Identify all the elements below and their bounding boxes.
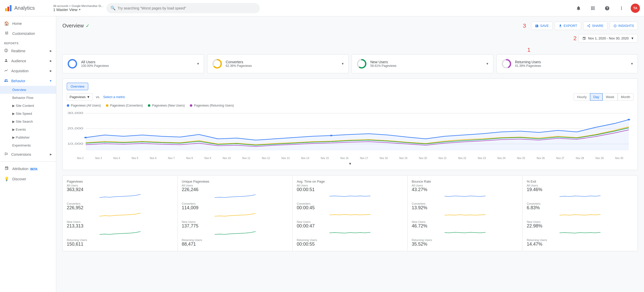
behavior-chevron: ▼ [49, 79, 52, 82]
converters-donut [212, 58, 223, 69]
hourly-button[interactable]: Hourly [574, 93, 590, 101]
user-avatar[interactable]: TA [631, 4, 640, 13]
sidebar-item-acquisition[interactable]: Acquisition ▶ [0, 66, 56, 76]
account-selector[interactable]: 1 Master View ▼ [53, 7, 103, 12]
sidebar-label-realtime: Realtime [11, 49, 25, 53]
share-button[interactable]: SHARE [583, 22, 607, 30]
x-label-nov24: Nov 24 [497, 157, 506, 160]
sidebar-label-audience: Audience [11, 59, 26, 63]
month-button[interactable]: Month [618, 93, 634, 101]
bounce-rate-returning-label: Returning Users [412, 238, 518, 242]
help-button[interactable] [602, 3, 612, 13]
unique-pageviews-returning-value: 88,471 [182, 242, 288, 247]
all-users-name: All Users [81, 60, 194, 64]
sidebar-sub-events[interactable]: ▶ Events [0, 126, 56, 133]
notifications-button[interactable] [573, 3, 584, 13]
svg-rect-0 [5, 8, 7, 11]
audience-chevron: ▶ [50, 59, 52, 62]
svg-point-20 [84, 137, 87, 138]
sidebar-sub-publisher[interactable]: ▶ Publisher [0, 133, 56, 141]
realtime-chevron: ▶ [50, 49, 52, 52]
avg-time-converters: Converters 00:00:45 [297, 202, 403, 218]
sidebar-item-attribution[interactable]: Attribution BETA [0, 164, 56, 174]
svg-marker-19 [86, 120, 629, 150]
save-button[interactable]: SAVE [531, 22, 553, 30]
audience-icon [4, 58, 8, 63]
unique-pageviews-new-sparkline [182, 229, 288, 236]
x-label-nov3: Nov 3 [95, 157, 102, 160]
metric-card-bounce-rate: Bounce Rate All Users 43.27% Converters … [408, 175, 523, 251]
sidebar-sub-overview[interactable]: Overview [0, 86, 56, 94]
sidebar-item-realtime[interactable]: Realtime ▶ [0, 46, 56, 56]
realtime-icon [4, 48, 8, 53]
unique-pageviews-new-users-value: 137,775 [182, 223, 288, 229]
legend-all-users: Pageviews (All Users) [67, 104, 101, 107]
export-button[interactable]: EXPORT [555, 22, 581, 30]
new-users-info: New Users 58.61% Pageviews [370, 60, 483, 68]
bounce-rate-all-sparkline [412, 192, 518, 200]
x-label-nov10: Nov 10 [223, 157, 231, 160]
exit-all-users: All Users 19.46% [527, 184, 634, 200]
segment-card-all-users: All Users 100.00% Pageviews ▼ [62, 54, 204, 73]
sidebar-item-home[interactable]: 🏠 Home [0, 18, 56, 28]
acquisition-icon [4, 68, 8, 73]
unique-pageviews-converters-sparkline [182, 211, 288, 218]
sidebar-item-discover[interactable]: 💡 Discover [0, 174, 56, 184]
sidebar-item-conversions[interactable]: Conversions ▶ [0, 149, 56, 159]
converters-name: Converters [226, 60, 338, 64]
metric-card-exit: % Exit All Users 19.46% Converters 6.83% [523, 175, 638, 251]
day-button[interactable]: Day [590, 93, 603, 101]
week-button[interactable]: Week [603, 93, 618, 101]
more-button[interactable] [616, 3, 627, 13]
date-range-button[interactable]: Nov 1, 2020 - Nov 30, 2020 ▼ [579, 34, 638, 43]
x-label-nov27: Nov 27 [556, 157, 564, 160]
avg-time-returning-value: 00:00:55 [297, 242, 403, 247]
svg-point-4 [615, 25, 615, 26]
expand-icon[interactable]: ▼ [348, 162, 352, 166]
sidebar-sub-site-search[interactable]: ▶ Site Search [0, 118, 56, 126]
metric-selector[interactable]: Pageviews ▼ [67, 93, 93, 101]
main-content: Overview ✓ 3 SAVE EXPORT SHARE [56, 16, 644, 292]
home-icon: 🏠 [4, 21, 9, 26]
sidebar-item-audience[interactable]: Audience ▶ [0, 56, 56, 66]
pageviews-converters: Converters 226,952 [67, 202, 173, 218]
logo-area: Analytics [4, 4, 50, 12]
sidebar-divider [0, 161, 56, 162]
avg-time-new-sparkline [297, 229, 403, 236]
check-icon: ✓ [86, 23, 90, 29]
exit-returning-value: 14.47% [527, 242, 634, 247]
sidebar-item-behavior[interactable]: Behavior ▼ [0, 76, 56, 86]
customization-icon [4, 31, 9, 36]
apps-button[interactable] [588, 3, 598, 13]
legend-dot-converters [106, 104, 108, 107]
sidebar-sub-experiments[interactable]: Experiments [0, 141, 56, 149]
svg-text:10,000: 10,000 [68, 142, 83, 145]
x-label-nov15: Nov 15 [321, 157, 329, 160]
search-bar[interactable]: 🔍 [106, 3, 260, 13]
all-users-dropdown[interactable]: ▼ [197, 62, 200, 66]
sidebar-sub-site-content[interactable]: ▶ Site Content [0, 102, 56, 110]
sidebar-sub-site-speed[interactable]: ▶ Site Speed [0, 110, 56, 118]
reports-label: REPORTS [0, 39, 56, 46]
returning-users-dropdown[interactable]: ▼ [630, 62, 634, 66]
sidebar-sub-behavior-flow[interactable]: Behavior Flow [0, 94, 56, 102]
search-input[interactable] [118, 6, 256, 10]
new-users-dropdown[interactable]: ▼ [486, 62, 489, 66]
pageviews-new-users-value: 213,313 [67, 223, 173, 229]
converters-dropdown[interactable]: ▼ [341, 62, 344, 66]
unique-pageviews-all-users: All Users 226,246 [182, 184, 288, 200]
exit-new-users: New Users 22.98% [527, 220, 634, 236]
x-label-nov29: Nov 29 [595, 157, 604, 160]
legend-label-new-users: Pageviews (New Users) [152, 104, 185, 107]
x-label-nov16: Nov 16 [340, 157, 349, 160]
overview-tab[interactable]: Overview [67, 83, 88, 90]
x-label-nov14: Nov 14 [301, 157, 309, 160]
chart-controls: Pageviews ▼ vs. Select a metric Hourly D… [67, 93, 634, 101]
unique-pageviews-returning-label: Returning Users [182, 238, 288, 242]
select-metric-link[interactable]: Select a metric [103, 95, 125, 99]
sidebar-label-discover: Discover [12, 177, 26, 181]
exit-converters-sparkline [527, 211, 634, 218]
insights-button[interactable]: INSIGHTS [609, 22, 638, 30]
svg-point-6 [68, 60, 76, 68]
sidebar-item-customization[interactable]: Customization [0, 28, 56, 39]
